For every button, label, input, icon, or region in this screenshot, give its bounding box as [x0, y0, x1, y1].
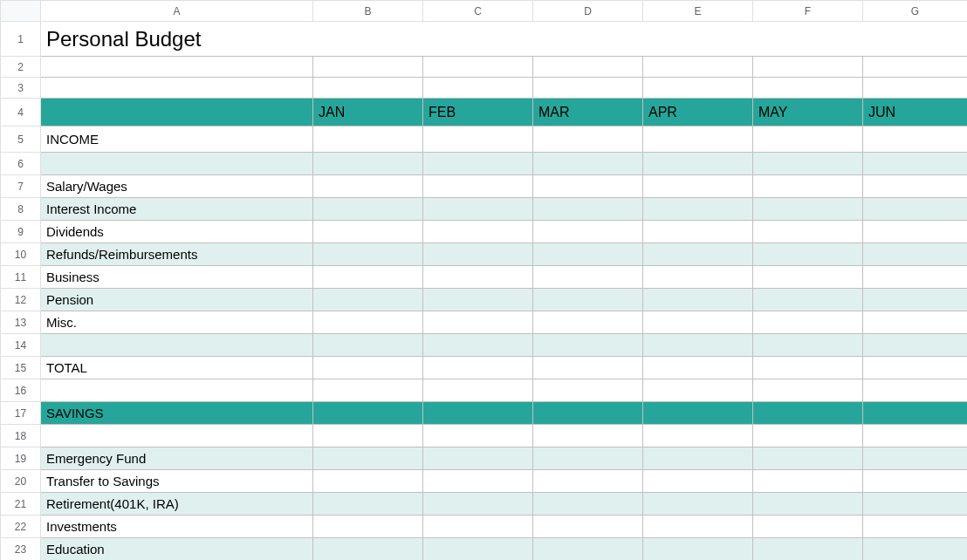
row-header-20[interactable]: 20 — [1, 470, 41, 493]
cell-D17[interactable] — [533, 402, 643, 425]
cell-F22[interactable] — [753, 516, 863, 538]
row-header-18[interactable]: 18 — [1, 425, 41, 447]
cell-B22[interactable] — [313, 516, 423, 538]
row-header-17[interactable]: 17 — [1, 402, 41, 425]
row-header-23[interactable]: 23 — [1, 538, 41, 560]
cell-E21[interactable] — [643, 493, 753, 516]
cell-C18[interactable] — [423, 425, 533, 447]
cell-C21[interactable] — [423, 493, 533, 516]
cell-D9[interactable] — [533, 221, 643, 243]
cell-A13-misc[interactable]: Misc. — [41, 311, 313, 334]
cell-F3[interactable] — [753, 78, 863, 99]
cell-D19[interactable] — [533, 447, 643, 470]
cell-B18[interactable] — [313, 425, 423, 447]
cell-B23[interactable] — [313, 538, 423, 560]
cell-A4[interactable] — [41, 99, 313, 126]
cell-G14[interactable] — [863, 334, 967, 357]
cell-C5[interactable] — [423, 126, 533, 153]
cell-A12-pension[interactable]: Pension — [41, 289, 313, 311]
cell-D11[interactable] — [533, 266, 643, 289]
cell-G15[interactable] — [863, 357, 967, 379]
cell-D1[interactable] — [533, 22, 643, 57]
row-header-13[interactable]: 13 — [1, 311, 41, 334]
cell-C1[interactable] — [423, 22, 533, 57]
row-header-9[interactable]: 9 — [1, 221, 41, 243]
cell-E2[interactable] — [643, 57, 753, 78]
cell-E19[interactable] — [643, 447, 753, 470]
cell-E9[interactable] — [643, 221, 753, 243]
cell-C15[interactable] — [423, 357, 533, 379]
cell-B14[interactable] — [313, 334, 423, 357]
row-header-15[interactable]: 15 — [1, 357, 41, 379]
cell-C2[interactable] — [423, 57, 533, 78]
cell-B13[interactable] — [313, 311, 423, 334]
cell-A7-salary[interactable]: Salary/Wages — [41, 175, 313, 198]
cell-F5[interactable] — [753, 126, 863, 153]
cell-A19-emergency[interactable]: Emergency Fund — [41, 447, 313, 470]
row-header-21[interactable]: 21 — [1, 493, 41, 516]
row-header-11[interactable]: 11 — [1, 266, 41, 289]
cell-B10[interactable] — [313, 243, 423, 266]
cell-C9[interactable] — [423, 221, 533, 243]
cell-E5[interactable] — [643, 126, 753, 153]
cell-F21[interactable] — [753, 493, 863, 516]
cell-G6[interactable] — [863, 153, 967, 175]
row-header-22[interactable]: 22 — [1, 516, 41, 538]
row-header-3[interactable]: 3 — [1, 78, 41, 99]
cell-E23[interactable] — [643, 538, 753, 560]
cell-B8[interactable] — [313, 198, 423, 221]
cell-F10[interactable] — [753, 243, 863, 266]
cell-A10-refunds[interactable]: Refunds/Reimbursements — [41, 243, 313, 266]
cell-D2[interactable] — [533, 57, 643, 78]
cell-A3[interactable] — [41, 78, 313, 99]
cell-C3[interactable] — [423, 78, 533, 99]
cell-D10[interactable] — [533, 243, 643, 266]
cell-D6[interactable] — [533, 153, 643, 175]
cell-E6[interactable] — [643, 153, 753, 175]
col-header-C[interactable]: C — [423, 1, 533, 22]
cell-F17[interactable] — [753, 402, 863, 425]
cell-E14[interactable] — [643, 334, 753, 357]
cell-F14[interactable] — [753, 334, 863, 357]
cell-E20[interactable] — [643, 470, 753, 493]
cell-A14[interactable] — [41, 334, 313, 357]
cell-G4-month[interactable]: JUN — [863, 99, 967, 126]
cell-B3[interactable] — [313, 78, 423, 99]
cell-D16[interactable] — [533, 379, 643, 402]
cell-G7[interactable] — [863, 175, 967, 198]
cell-B20[interactable] — [313, 470, 423, 493]
cell-G3[interactable] — [863, 78, 967, 99]
cell-C12[interactable] — [423, 289, 533, 311]
cell-D21[interactable] — [533, 493, 643, 516]
cell-G20[interactable] — [863, 470, 967, 493]
cell-F18[interactable] — [753, 425, 863, 447]
cell-D14[interactable] — [533, 334, 643, 357]
cell-A18[interactable] — [41, 425, 313, 447]
cell-F23[interactable] — [753, 538, 863, 560]
row-header-7[interactable]: 7 — [1, 175, 41, 198]
cell-F6[interactable] — [753, 153, 863, 175]
cell-A23-education[interactable]: Education — [41, 538, 313, 560]
cell-G9[interactable] — [863, 221, 967, 243]
cell-A6[interactable] — [41, 153, 313, 175]
cell-D13[interactable] — [533, 311, 643, 334]
cell-F15[interactable] — [753, 357, 863, 379]
cell-B19[interactable] — [313, 447, 423, 470]
cell-C19[interactable] — [423, 447, 533, 470]
cell-D18[interactable] — [533, 425, 643, 447]
col-header-B[interactable]: B — [313, 1, 423, 22]
cell-C8[interactable] — [423, 198, 533, 221]
cell-B15[interactable] — [313, 357, 423, 379]
cell-G22[interactable] — [863, 516, 967, 538]
cell-F12[interactable] — [753, 289, 863, 311]
cell-G17[interactable] — [863, 402, 967, 425]
cell-F20[interactable] — [753, 470, 863, 493]
cell-A21-retirement[interactable]: Retirement(401K, IRA) — [41, 493, 313, 516]
cell-A1-title[interactable]: Personal Budget — [41, 22, 313, 57]
cell-F8[interactable] — [753, 198, 863, 221]
cell-E18[interactable] — [643, 425, 753, 447]
cell-C7[interactable] — [423, 175, 533, 198]
row-header-1[interactable]: 1 — [1, 22, 41, 57]
cell-G5[interactable] — [863, 126, 967, 153]
cell-F2[interactable] — [753, 57, 863, 78]
